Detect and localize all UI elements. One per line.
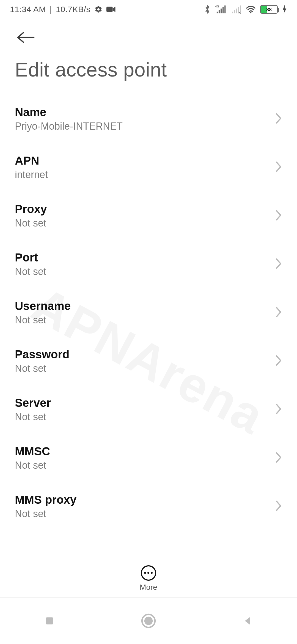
list-item-value: Priyo-Mobile-INTERNET [15,121,123,132]
svg-rect-8 [234,10,235,13]
chevron-right-icon [275,258,282,271]
status-right: 4G ✕ 38 [204,5,287,14]
header: Edit access point [0,19,297,92]
chevron-right-icon [275,161,282,174]
bluetooth-icon [204,5,211,14]
svg-text:✕: ✕ [238,11,241,14]
svg-rect-9 [236,9,237,13]
chevron-right-icon [275,403,282,416]
svg-point-13 [250,12,252,13]
chevron-right-icon [275,306,282,319]
status-time: 11:34 AM [10,5,46,14]
more-label: More [140,583,157,592]
list-item-value: Not set [15,217,47,229]
list-item-password[interactable]: Password Not set [0,337,297,385]
list-item-label: MMSC [15,445,50,458]
svg-rect-3 [219,10,220,13]
gear-icon [94,5,103,13]
svg-point-16 [144,617,153,625]
chevron-right-icon [275,209,282,222]
svg-rect-6 [224,6,226,13]
svg-rect-4 [221,9,222,13]
status-separator: | [50,5,52,14]
status-bar: 11:34 AM | 10.7KB/s 4G ✕ [0,0,297,19]
svg-rect-2 [217,12,218,13]
back-button[interactable] [15,26,37,48]
list-item-label: MMS proxy [15,493,76,506]
list-item-label: Proxy [15,203,47,216]
svg-rect-0 [106,7,113,12]
more-button[interactable]: More [140,565,157,592]
list-item-username[interactable]: Username Not set [0,288,297,337]
list-item-label: APN [15,154,48,167]
list-item-value: Not set [15,266,46,277]
list-item-label: Name [15,106,123,119]
action-bar: More [0,559,297,598]
chevron-right-icon [275,451,282,465]
battery-icon: 38 [260,5,278,14]
status-left: 11:34 AM | 10.7KB/s [10,5,116,14]
list-item-port[interactable]: Port Not set [0,240,297,288]
system-nav-bar [0,598,297,644]
list-item-server[interactable]: Server Not set [0,385,297,434]
list-item-value: internet [15,169,48,181]
status-net-speed: 10.7KB/s [56,5,90,14]
signal-nosim-icon: ✕ [230,5,241,14]
list-item-name[interactable]: Name Priyo-Mobile-INTERNET [0,95,297,143]
chevron-right-icon [275,354,282,368]
list-item-label: Username [15,299,71,313]
list-item-proxy[interactable]: Proxy Not set [0,192,297,240]
list-item-value: Not set [15,508,76,520]
list-item-value: Not set [15,363,69,374]
list-item-label: Port [15,251,46,264]
list-item-value: Not set [15,411,51,423]
svg-rect-5 [222,7,224,13]
nav-back-button[interactable] [231,610,264,632]
list-item-value: Not set [15,314,71,326]
battery-percent: 38 [261,7,277,13]
list-item-value: Not set [15,460,50,471]
page-title: Edit access point [15,58,282,92]
svg-text:4G: 4G [215,5,219,8]
chevron-right-icon [275,500,282,513]
camera-icon [106,6,116,13]
list-item-label: Password [15,348,69,361]
signal-4g-icon: 4G [215,5,226,14]
settings-list: Name Priyo-Mobile-INTERNET APN internet … [0,92,297,531]
nav-home-button[interactable] [132,610,165,632]
nav-recents-button[interactable] [33,610,66,632]
list-item-mms-proxy[interactable]: MMS proxy Not set [0,482,297,531]
more-icon [141,565,156,581]
list-item-label: Server [15,396,51,410]
list-item-mmsc[interactable]: MMSC Not set [0,434,297,482]
svg-rect-14 [46,617,53,624]
wifi-icon [246,5,256,13]
svg-rect-7 [232,12,233,13]
charging-icon [282,5,287,14]
list-item-apn[interactable]: APN internet [0,143,297,192]
chevron-right-icon [275,112,282,125]
